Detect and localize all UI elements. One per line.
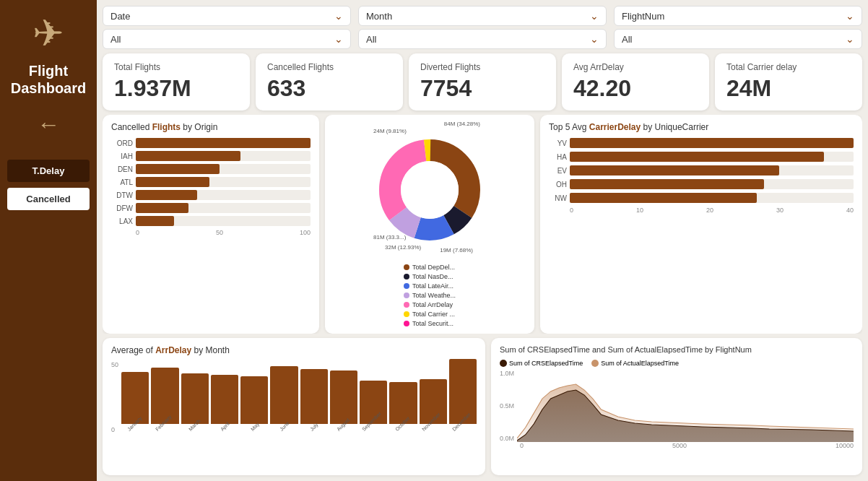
month-bar	[151, 368, 178, 424]
list-item: OH	[549, 179, 854, 189]
svg-point-7	[401, 161, 459, 219]
bar-fill	[136, 190, 197, 200]
bar-label: DFW	[111, 204, 133, 212]
sidebar: ✈ Flight Dashboard ← T.Delay Cancelled	[0, 0, 97, 481]
carrier-bar-fill	[570, 179, 764, 189]
sidebar-tab-cancelled[interactable]: Cancelled	[7, 188, 90, 210]
bar-fill	[136, 177, 209, 187]
filter-month: Month ⌄ All ⌄	[358, 6, 607, 49]
bar-label: ORD	[111, 139, 133, 147]
monthly-bars: January February March April May June Ju…	[121, 361, 477, 433]
origin-chart: Cancelled Flights by Origin ORD IAH DEN …	[103, 115, 319, 334]
elapsed-svg	[517, 370, 854, 442]
list-item: ATL	[111, 177, 311, 187]
elapsed-chart-title: Sum of CRSElapsedTime and Sum of ActualE…	[500, 345, 854, 354]
carrier-bar-bg	[570, 193, 854, 203]
carrier-chart: Top 5 Avg CarrierDelay by UniqueCarrier …	[540, 115, 862, 334]
donut-svg	[372, 132, 487, 248]
origin-chart-title: Cancelled Flights by Origin	[111, 122, 311, 132]
carrier-bar-bg	[570, 152, 854, 162]
plane-icon: ✈	[32, 12, 64, 55]
chevron-down-icon: ⌄	[334, 33, 343, 45]
list-item: August	[330, 370, 357, 433]
list-item: ORD	[111, 138, 311, 148]
bar-label: ATL	[111, 178, 133, 186]
kpi-row: Total Flights 1.937M Cancelled Flights 6…	[103, 53, 862, 110]
donut-chart: 84M (34.28%) 24M (9.81%) 81M (33.3...) 3…	[325, 115, 534, 334]
carrier-label: NW	[549, 194, 567, 202]
list-item: October	[389, 382, 417, 433]
bar-fill	[136, 164, 220, 174]
carrier-bar-fill	[570, 152, 824, 162]
bar-label: LAX	[111, 217, 133, 225]
kpi-total-carrier-delay: Total Carrier delay 24M	[715, 53, 862, 110]
sidebar-title: Flight Dashboard	[7, 62, 90, 97]
list-item: June	[270, 366, 298, 433]
chevron-down-icon: ⌄	[846, 33, 854, 45]
bar-fill	[136, 151, 240, 161]
filter-date-label[interactable]: Date ⌄	[103, 6, 351, 26]
origin-axis: 050100	[111, 229, 311, 236]
list-item: IAH	[111, 151, 311, 161]
kpi-diverted-flights: Diverted Flights 7754	[409, 53, 556, 110]
month-bar	[300, 369, 328, 424]
kpi-total-flights: Total Flights 1.937M	[103, 53, 250, 110]
carrier-bar-fill	[570, 165, 779, 176]
filter-flightnum-value[interactable]: All ⌄	[614, 29, 862, 49]
month-bar	[270, 366, 298, 424]
list-item: DFW	[111, 203, 311, 213]
filter-month-label[interactable]: Month ⌄	[358, 6, 607, 26]
bar-bg	[136, 216, 311, 226]
list-item: YV	[549, 138, 854, 148]
kpi-avg-arrdelay: Avg ArrDelay 42.20	[562, 53, 709, 110]
arrdelay-chart: Average of ArrDelay by Month 50 0 Januar…	[103, 338, 485, 475]
filter-date-value[interactable]: All ⌄	[103, 29, 351, 49]
list-item: September	[360, 381, 387, 433]
filter-flightnum-label[interactable]: FlightNum ⌄	[614, 6, 862, 26]
bar-bg	[136, 190, 311, 200]
back-button[interactable]: ←	[37, 111, 60, 138]
list-item: November	[420, 379, 447, 433]
bottom-charts-row: Average of ArrDelay by Month 50 0 Januar…	[103, 338, 862, 475]
donut-legend: Total DepDel... Total NasDe... Total Lat…	[404, 264, 456, 329]
month-bar	[240, 376, 268, 424]
bar-label: DTW	[111, 191, 133, 199]
filter-flightnum: FlightNum ⌄ All ⌄	[614, 6, 862, 49]
list-item: DEN	[111, 164, 311, 174]
chevron-down-icon: ⌄	[590, 33, 599, 45]
sidebar-tab-tdelay[interactable]: T.Delay	[7, 160, 90, 182]
bar-label: IAH	[111, 152, 133, 160]
bar-bg	[136, 203, 311, 213]
month-bar	[211, 375, 238, 424]
list-item: January	[121, 372, 149, 433]
list-item: February	[151, 368, 178, 433]
bar-bg	[136, 138, 311, 148]
carrier-bars: YV HA EV OH NW	[549, 138, 854, 203]
list-item: LAX	[111, 216, 311, 226]
carrier-bar-fill	[570, 193, 757, 203]
carrier-chart-title: Top 5 Avg CarrierDelay by UniqueCarrier	[549, 122, 854, 132]
bar-bg	[136, 164, 311, 174]
filter-date: Date ⌄ All ⌄	[103, 6, 351, 49]
carrier-bar-bg	[570, 179, 854, 189]
origin-bars: ORD IAH DEN ATL DTW DFW LAX	[111, 138, 311, 226]
charts-row: Cancelled Flights by Origin ORD IAH DEN …	[103, 115, 862, 334]
list-item: EV	[549, 165, 854, 176]
kpi-cancelled-flights: Cancelled Flights 633	[256, 53, 403, 110]
elapsed-chart: Sum of CRSElapsedTime and Sum of ActualE…	[491, 338, 862, 475]
carrier-bar-fill	[570, 138, 854, 148]
carrier-label: OH	[549, 181, 567, 188]
carrier-axis: 010203040	[549, 207, 854, 214]
carrier-label: YV	[549, 139, 567, 147]
chevron-down-icon: ⌄	[590, 10, 599, 22]
carrier-label: EV	[549, 167, 567, 175]
month-bar	[449, 359, 477, 424]
filter-month-value[interactable]: All ⌄	[358, 29, 607, 49]
bar-fill	[136, 138, 311, 148]
carrier-bar-bg	[570, 138, 854, 148]
list-item: DTW	[111, 190, 311, 200]
list-item: NW	[549, 193, 854, 203]
chevron-down-icon: ⌄	[334, 10, 343, 22]
main-content: Date ⌄ All ⌄ Month ⌄ All ⌄ FlightNum ⌄	[97, 0, 868, 481]
bar-fill	[136, 203, 188, 213]
